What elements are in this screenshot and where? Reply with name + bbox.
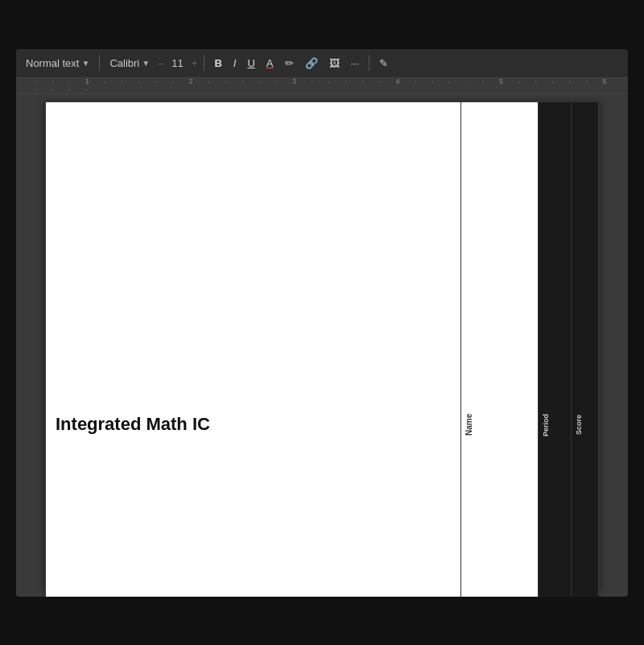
italic-button[interactable]: I [230,56,240,71]
edit-button[interactable]: ✎ [376,56,391,71]
divider-3 [369,55,369,71]
style-chevron: ▼ [81,59,89,68]
page: Integrated Math IC Name Period Score [44,101,600,590]
header-name-cell: Name [460,101,538,597]
style-dropdown[interactable]: Normal text ▼ [23,56,93,71]
divider-1 [99,55,100,71]
name-label: Name [461,102,477,597]
ruler: · · · 1 · · · · · 2 · · · · · 3 · · · · … [16,78,628,94]
font-label: Calibri [109,57,139,69]
font-chevron: ▼ [142,59,150,68]
screen-container: Normal text ▼ Calibri ▼ – 11 + B I U A ✏… [0,0,644,645]
image-icon[interactable]: 🖼 [326,56,343,71]
doc-area[interactable]: Integrated Math IC Name Period Score [16,94,628,597]
header-period-cell: Period [538,101,571,597]
plus-btn[interactable]: + [192,57,198,69]
minus-btn[interactable]: – [158,57,163,69]
font-color-button[interactable]: A [263,56,277,71]
divider-2 [204,55,204,71]
font-size[interactable]: 11 [168,56,186,71]
toolbar: Normal text ▼ Calibri ▼ – 11 + B I U A ✏… [16,49,628,78]
header-table: Integrated Math IC Name Period Score [44,101,600,597]
score-label: Score [572,102,586,597]
header-title-cell: Integrated Math IC [45,101,460,597]
link-icon[interactable]: 🔗 [302,56,321,71]
style-label: Normal text [26,57,79,69]
ruler-marks: · · · 1 · · · · · 2 · · · · · 3 · · · · … [23,77,621,93]
more-options[interactable]: ··· [348,56,363,71]
font-dropdown[interactable]: Calibri ▼ [106,56,153,71]
underline-button[interactable]: U [244,56,258,71]
doc-window: Normal text ▼ Calibri ▼ – 11 + B I U A ✏… [16,49,628,597]
pencil-icon[interactable]: ✏ [282,56,297,71]
doc-title: Integrated Math IC [56,414,210,434]
header-score-cell: Score [572,101,599,597]
bold-button[interactable]: B [211,56,225,71]
period-label: Period [539,102,553,597]
